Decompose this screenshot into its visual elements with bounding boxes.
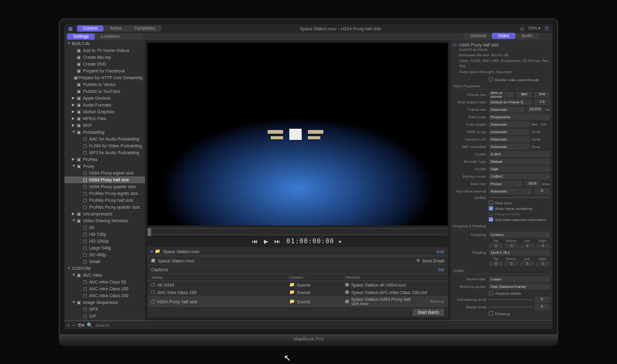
- prop-select[interactable]: H.264⌄: [489, 151, 550, 157]
- prop-value[interactable]: 23.976: [527, 106, 543, 113]
- crop-value[interactable]: 0: [536, 243, 550, 248]
- prop-value[interactable]: 540: [534, 92, 550, 98]
- prop-select[interactable]: High⌄: [489, 166, 550, 172]
- tree-item[interactable]: ▶▣Motion Graphics: [64, 108, 145, 115]
- search-input[interactable]: [95, 323, 150, 327]
- batch-row[interactable]: ▢H264 Proxy half size📁Source▦Space Stati…: [147, 296, 448, 307]
- prop-select[interactable]: Default for Frame S...⌄: [489, 99, 532, 105]
- preset-menu-button[interactable]: ⚙▾: [77, 323, 84, 328]
- tree-item[interactable]: ▶▣Audio Formats: [64, 102, 145, 108]
- tree-item[interactable]: ▢HD 720p: [64, 231, 145, 238]
- tree-item[interactable]: ▢4K: [64, 224, 145, 231]
- prop-select[interactable]: Automatic⌄: [489, 106, 525, 113]
- send-email-label[interactable]: Send Email: [422, 259, 444, 263]
- tree-item[interactable]: ▢ProRes Proxy quarter size: [64, 204, 145, 210]
- add-preset-button[interactable]: +: [67, 323, 70, 328]
- tree-item[interactable]: ▢TGA: [64, 319, 145, 320]
- inspector-toggle-icon[interactable]: ☰: [545, 26, 549, 32]
- prop-select[interactable]: Automatic⌄: [489, 121, 530, 128]
- pad-value[interactable]: 0: [504, 261, 519, 266]
- tab-current[interactable]: Current: [77, 25, 103, 32]
- dithering-checkbox[interactable]: [489, 311, 493, 316]
- tree-item[interactable]: ▣Create DVD: [64, 61, 145, 67]
- tree-item[interactable]: ▣Publish to Vimeo: [64, 81, 145, 88]
- aa-slider[interactable]: [489, 299, 532, 300]
- pad-value[interactable]: 0: [536, 261, 550, 266]
- tab-audio[interactable]: Audio: [515, 33, 539, 39]
- tree-item[interactable]: ▶▣Apple Devices: [64, 95, 145, 102]
- aa-value[interactable]: 0: [534, 297, 550, 303]
- tree-item[interactable]: ▣Publish to YouTube: [64, 88, 145, 95]
- prop-select[interactable]: Progressive⌄: [489, 114, 550, 120]
- timeline[interactable]: [147, 228, 448, 235]
- gear-icon[interactable]: ⚙: [416, 258, 420, 263]
- add-button[interactable]: Add: [437, 249, 444, 254]
- captions-set-button[interactable]: Set: [437, 267, 444, 272]
- prop-select[interactable]: Automatic⌄: [489, 144, 530, 150]
- detail-value[interactable]: 0: [534, 304, 550, 310]
- play-button[interactable]: ▶: [264, 238, 268, 245]
- tree-item[interactable]: ▢SD 480p: [64, 251, 145, 258]
- tree-item[interactable]: ▼▣AVC-Intra: [64, 272, 145, 279]
- tree-item[interactable]: ▼▣Video Sharing Services: [64, 217, 145, 224]
- zoom-select[interactable]: 55% ▾: [528, 26, 541, 31]
- prop-select[interactable]: Automatic⌄: [489, 188, 532, 194]
- checkbox[interactable]: [489, 212, 493, 216]
- remove-preset-button[interactable]: −: [72, 323, 76, 328]
- preset-check-icon[interactable]: ☑: [453, 43, 457, 48]
- prop-select[interactable]: CABAC⌄: [489, 173, 550, 180]
- tree-category[interactable]: ▼BUILT-IN: [64, 40, 145, 47]
- tree-item[interactable]: ▢ProRes Proxy eighth size: [64, 190, 145, 197]
- tree-item[interactable]: ▼▣Proxy: [64, 163, 145, 170]
- tree-item[interactable]: ▢AVC-Intra Class 200: [64, 292, 145, 299]
- tree-item[interactable]: ▶▣MPEG Files: [64, 115, 145, 122]
- tree-item[interactable]: ▣Create Blu-ray: [64, 54, 145, 61]
- tab-active[interactable]: Active: [103, 25, 128, 32]
- prop-select[interactable]: Automatic⌄: [489, 136, 530, 142]
- tree-item[interactable]: ▼▣Podcasting: [64, 129, 145, 136]
- prop-select[interactable]: Default⌄: [489, 158, 550, 165]
- quality-prop-select[interactable]: Linear⌄: [489, 276, 550, 282]
- tree-item[interactable]: ▢H264 Proxy half size: [64, 176, 145, 183]
- prop-value[interactable]: 1016: [524, 181, 540, 187]
- tree-item[interactable]: ▢H264 Proxy eighth size: [64, 170, 145, 176]
- tree-item[interactable]: ▶▣Uncompressed: [64, 210, 145, 217]
- batch-row[interactable]: ▢4K H264📁Source▦Space Station-4K H264.mo…: [147, 281, 448, 288]
- prop-value[interactable]: 0: [534, 188, 550, 194]
- layout-icon[interactable]: ▭: [520, 26, 525, 32]
- tree-item[interactable]: ▶▣ProRes: [64, 156, 145, 163]
- pad-value[interactable]: 0: [489, 261, 503, 266]
- checkbox[interactable]: ✓: [489, 217, 493, 222]
- skip-forward-button[interactable]: ⏭: [274, 238, 280, 245]
- crop-value[interactable]: 0: [520, 243, 535, 248]
- tree-category[interactable]: ▼CUSTOM: [64, 265, 145, 272]
- tree-item[interactable]: ▣Add to TV Home Videos: [64, 47, 145, 54]
- checkbox[interactable]: [489, 201, 493, 205]
- skip-back-button[interactable]: ⏮: [252, 238, 258, 245]
- tree-item[interactable]: ▢Large 540p: [64, 245, 145, 251]
- padding-select[interactable]: 16x9 1.78:1⌄: [489, 249, 550, 256]
- detail-slider[interactable]: [489, 306, 532, 308]
- tree-item[interactable]: ▶▣MXF: [64, 122, 145, 129]
- tree-item[interactable]: ▣Prepare for Facebook: [64, 67, 145, 74]
- sidebar-toggle-icon[interactable]: ▦: [68, 26, 73, 32]
- tab-general[interactable]: General: [464, 33, 492, 39]
- tree-item[interactable]: ▼▣Image Sequences: [64, 299, 145, 306]
- tab-settings[interactable]: Settings: [67, 33, 95, 40]
- tab-completed[interactable]: Completed: [128, 25, 161, 32]
- tree-item[interactable]: ▢H264 Proxy quarter size: [64, 183, 145, 190]
- tree-item[interactable]: ▢H.264 for Video Podcasting: [64, 142, 145, 149]
- pad-value[interactable]: 0: [520, 261, 535, 266]
- tree-item[interactable]: ▢AVC-Intra Class 50: [64, 279, 145, 285]
- checkbox[interactable]: ✓: [489, 206, 493, 210]
- quality-slider[interactable]: [489, 197, 550, 198]
- tree-item[interactable]: ▢Small: [64, 258, 145, 265]
- tree-item[interactable]: ▢AAC for Audio Podcasting: [64, 136, 145, 142]
- prop-select[interactable]: Automatic⌄: [489, 129, 530, 135]
- tree-item[interactable]: ▢ProRes Proxy half size: [64, 197, 145, 204]
- tree-item[interactable]: ▢GIF: [64, 313, 145, 319]
- quality-prop-select[interactable]: Fast (Nearest Frame)⌄: [489, 284, 550, 290]
- cropping-select[interactable]: Custom⌄: [489, 232, 550, 238]
- crop-value[interactable]: 0: [504, 243, 519, 248]
- prop-select[interactable]: 50% of source⌄: [489, 92, 514, 98]
